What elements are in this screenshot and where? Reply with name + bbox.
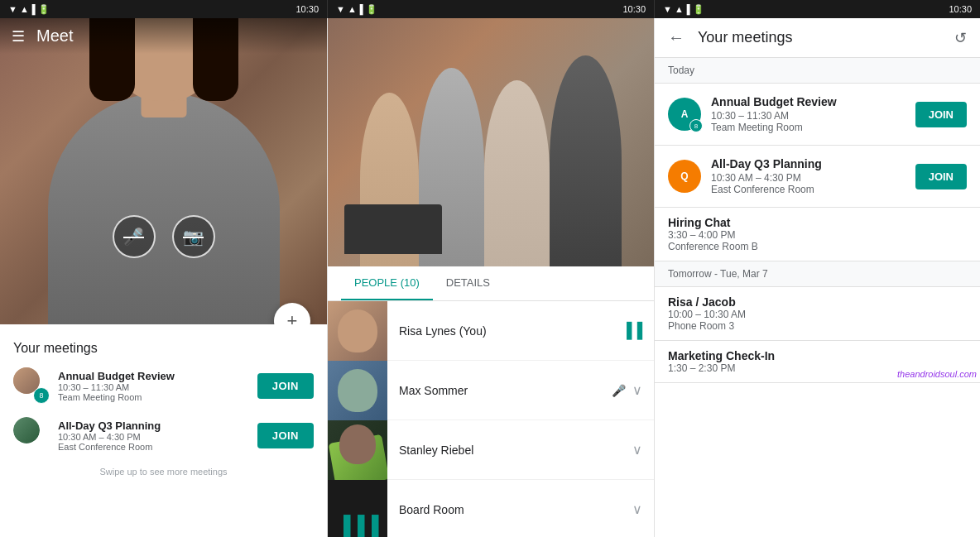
meeting-room-1: Team Meeting Room bbox=[58, 392, 249, 402]
date-label-today: Today bbox=[655, 58, 980, 84]
meeting-item-2: All-Day Q3 Planning 10:30 AM – 4:30 PM E… bbox=[13, 417, 314, 453]
person-name-boardroom: Board Room bbox=[387, 503, 632, 516]
video-controls: 🎤 📷 bbox=[113, 215, 215, 258]
chevron-down-icon-max[interactable]: ∨ bbox=[632, 382, 642, 398]
person-name-max: Max Sommer bbox=[387, 384, 612, 397]
right-meeting-info-q3: All-Day Q3 Planning 10:30 AM – 4:30 PM E… bbox=[711, 157, 906, 195]
right-meeting-info-annual: Annual Budget Review 10:30 – 11:30 AM Te… bbox=[711, 95, 906, 133]
right-meeting-title-annual: Annual Budget Review bbox=[711, 95, 906, 108]
meeting-title-2: All-Day Q3 Planning bbox=[58, 420, 249, 432]
person-thumb-stanley bbox=[328, 420, 387, 480]
panel-mid: PEOPLE (10) DETAILS Risa Lynes (You) ▐▐ bbox=[327, 18, 654, 537]
person-thumb-boardroom: ▐▐▐ bbox=[328, 480, 387, 538]
person-row-boardroom: ▐▐▐ Board Room ∨ bbox=[328, 480, 654, 537]
person-row-stanley: Stanley Riebel ∨ bbox=[328, 420, 654, 480]
chevron-down-icon-boardroom[interactable]: ∨ bbox=[632, 501, 642, 517]
chevron-down-icon-stanley[interactable]: ∨ bbox=[632, 442, 642, 458]
mic-off-icon: 🎤 bbox=[123, 227, 144, 247]
back-button[interactable]: ← bbox=[668, 28, 685, 47]
join-button-1[interactable]: JOIN bbox=[257, 373, 314, 399]
right-meeting-time-hiring: 3:30 – 4:00 PM bbox=[668, 229, 967, 241]
status-bar-right: ▼ ▲▐ 🔋 10:30 bbox=[654, 0, 980, 18]
person-name-stanley: Stanley Riebel bbox=[387, 444, 632, 457]
camera-off-button[interactable]: 📷 bbox=[172, 215, 215, 258]
right-join-annual[interactable]: JOIN bbox=[915, 102, 967, 127]
right-meeting-marketing: Marketing Check-In 1:30 – 2:30 PM theand… bbox=[655, 341, 980, 383]
right-meeting-time-q3: 10:30 AM – 4:30 PM bbox=[711, 172, 906, 184]
status-time-left: 10:30 bbox=[295, 4, 319, 14]
tab-details[interactable]: DETAILS bbox=[433, 266, 503, 300]
refresh-button[interactable]: ↺ bbox=[954, 29, 967, 47]
person-row-max: Max Sommer 🎤 ∨ bbox=[328, 361, 654, 420]
plus-icon: + bbox=[287, 310, 298, 324]
right-meeting-risa-jacob: Risa / Jacob 10:00 – 10:30 AM Phone Room… bbox=[655, 287, 980, 341]
meetings-section-title: Your meetings bbox=[13, 341, 314, 356]
status-bar-mid: ▼ ▲▐ 🔋 10:30 bbox=[327, 0, 654, 18]
right-avatar-q3: Q bbox=[668, 160, 701, 193]
date-label-tomorrow: Tomorrow - Tue, Mar 7 bbox=[655, 261, 980, 287]
meeting-avatars-2 bbox=[13, 417, 50, 453]
tab-people[interactable]: PEOPLE (10) bbox=[341, 266, 433, 300]
swipe-hint: Swipe up to see more meetings bbox=[13, 467, 314, 477]
meetings-list: Your meetings 8 Annual Budget Review 10:… bbox=[0, 324, 327, 537]
meeting-room-2: East Conference Room bbox=[58, 442, 249, 452]
group-video bbox=[328, 18, 654, 266]
right-meeting-room-risa-jacob: Phone Room 3 bbox=[668, 320, 967, 332]
status-icons-right: ▼ ▲▐ 🔋 bbox=[663, 4, 704, 15]
hamburger-icon[interactable]: ☰ bbox=[12, 27, 25, 46]
volume-bars-icon: ▐▐▐ bbox=[336, 515, 378, 538]
right-panel-title: Your meetings bbox=[698, 29, 954, 46]
person-thumb-max bbox=[328, 361, 387, 420]
status-time-mid: 10:30 bbox=[622, 4, 646, 14]
status-icons-left: ▼ ▲▐ 🔋 bbox=[8, 4, 50, 15]
right-meeting-annual: A 8 Annual Budget Review 10:30 – 11:30 A… bbox=[655, 84, 980, 146]
right-meeting-time-risa-jacob: 10:00 – 10:30 AM bbox=[668, 309, 967, 320]
panel-left: ☰ Meet 🎤 📷 + Your meetings bbox=[0, 18, 327, 537]
right-meeting-room-hiring: Conference Room B bbox=[668, 241, 967, 252]
person-actions-risa: ▐▐ bbox=[621, 322, 654, 339]
right-meeting-title-hiring: Hiring Chat bbox=[668, 216, 967, 229]
meeting-time-1: 10:30 – 11:30 AM bbox=[58, 382, 249, 392]
video-area: ☰ Meet 🎤 📷 + bbox=[0, 18, 327, 324]
camera-off-icon: 📷 bbox=[183, 227, 204, 247]
mic-muted-icon-max: 🎤 bbox=[612, 384, 626, 397]
join-button-2[interactable]: JOIN bbox=[257, 423, 314, 448]
meeting-title-1: Annual Budget Review bbox=[58, 370, 249, 382]
meeting-info-2: All-Day Q3 Planning 10:30 AM – 4:30 PM E… bbox=[58, 420, 249, 452]
app-title: Meet bbox=[36, 26, 73, 46]
right-meeting-title-q3: All-Day Q3 Planning bbox=[711, 157, 906, 170]
person-row-risa: Risa Lynes (You) ▐▐ bbox=[328, 301, 654, 361]
right-meeting-time-annual: 10:30 – 11:30 AM bbox=[711, 110, 906, 122]
meeting-item-1: 8 Annual Budget Review 10:30 – 11:30 AM … bbox=[13, 367, 314, 404]
right-join-q3[interactable]: JOIN bbox=[915, 164, 967, 189]
meeting-time-2: 10:30 AM – 4:30 PM bbox=[58, 432, 249, 442]
avatar-count-annual: 8 bbox=[689, 119, 703, 132]
right-avatar-annual: A 8 bbox=[668, 98, 701, 131]
top-bar-left: ☰ Meet bbox=[0, 18, 327, 54]
status-time-right: 10:30 bbox=[949, 4, 972, 14]
person-thumb-risa bbox=[328, 301, 387, 361]
right-meeting-title-marketing: Marketing Check-In bbox=[668, 349, 967, 362]
right-meeting-room-annual: Team Meeting Room bbox=[711, 122, 906, 133]
person-name-risa: Risa Lynes (You) bbox=[387, 324, 621, 338]
status-icons-mid: ▼ ▲▐ 🔋 bbox=[336, 4, 377, 15]
people-list: Risa Lynes (You) ▐▐ Max Sommer 🎤 ∨ bbox=[328, 301, 654, 537]
panel-right: ← Your meetings ↺ Today A 8 Annual Budge… bbox=[654, 18, 980, 537]
watermark: theandroidsoul.com bbox=[897, 369, 977, 379]
right-meeting-title-risa-jacob: Risa / Jacob bbox=[668, 295, 967, 309]
avatar-badge-1: 8 bbox=[33, 387, 50, 404]
people-tabs: PEOPLE (10) DETAILS bbox=[328, 266, 654, 301]
mute-button[interactable]: 🎤 bbox=[113, 215, 156, 258]
status-bar-left: ▼ ▲▐ 🔋 10:30 bbox=[0, 0, 327, 18]
meeting-avatars-1: 8 bbox=[13, 367, 50, 404]
meeting-info-1: Annual Budget Review 10:30 – 11:30 AM Te… bbox=[58, 370, 249, 402]
right-meeting-hiring: Hiring Chat 3:30 – 4:00 PM Conference Ro… bbox=[655, 208, 980, 261]
right-meeting-q3: Q All-Day Q3 Planning 10:30 AM – 4:30 PM… bbox=[655, 146, 980, 208]
right-header: ← Your meetings ↺ bbox=[655, 18, 980, 58]
right-meeting-room-q3: East Conference Room bbox=[711, 184, 906, 195]
volume-icon-risa: ▐▐ bbox=[621, 322, 642, 338]
